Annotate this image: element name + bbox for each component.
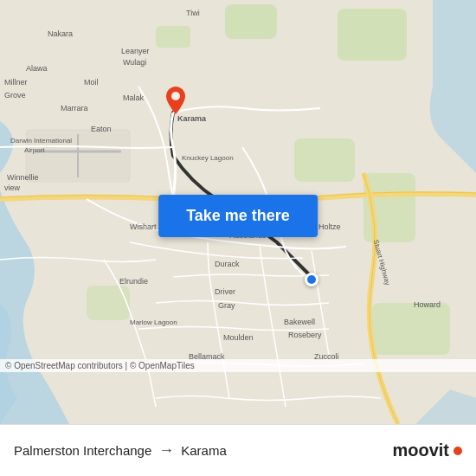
svg-text:Winnellie: Winnellie	[7, 173, 39, 182]
svg-rect-5	[87, 286, 130, 320]
svg-text:Nakara: Nakara	[48, 29, 73, 38]
svg-text:Driver: Driver	[215, 287, 235, 296]
svg-text:Tiwi: Tiwi	[186, 9, 200, 17]
svg-text:Durack: Durack	[215, 260, 240, 268]
svg-point-42	[171, 92, 180, 100]
svg-text:Darwin International: Darwin International	[10, 137, 72, 145]
svg-text:Airport: Airport	[24, 146, 45, 154]
svg-text:Millner: Millner	[4, 78, 28, 87]
moovit-logo: moovit	[392, 441, 462, 460]
svg-text:Howard: Howard	[414, 300, 441, 309]
svg-text:Marlow Lagoon: Marlow Lagoon	[130, 318, 177, 326]
svg-text:Elrundie: Elrundie	[119, 277, 148, 286]
svg-rect-2	[156, 26, 190, 48]
svg-text:Marrara: Marrara	[61, 104, 88, 113]
svg-text:Alawa: Alawa	[26, 64, 48, 73]
route-info: Palmerston Interchange → Karama	[14, 441, 227, 460]
svg-text:Malak: Malak	[123, 93, 145, 102]
svg-text:Moil: Moil	[84, 78, 99, 87]
svg-text:view: view	[4, 183, 21, 192]
origin-pin	[305, 273, 318, 286]
destination-label: Karama	[181, 443, 227, 458]
svg-rect-6	[372, 303, 450, 355]
destination-pin	[166, 87, 185, 118]
svg-text:Wishart: Wishart	[130, 222, 157, 231]
svg-text:Leanyer: Leanyer	[121, 47, 150, 55]
svg-text:Moulden: Moulden	[223, 333, 254, 342]
map-attribution: © OpenStreetMap contributors | © OpenMap…	[0, 359, 476, 372]
svg-text:Grove: Grove	[4, 91, 26, 100]
svg-text:Gray: Gray	[218, 301, 235, 310]
take-me-there-button[interactable]: Take me there	[158, 195, 318, 237]
svg-text:Holtze: Holtze	[318, 222, 341, 231]
svg-rect-0	[225, 4, 277, 39]
bottom-bar: Palmerston Interchange → Karama moovit	[0, 424, 476, 476]
svg-text:Bakewell: Bakewell	[284, 318, 315, 326]
svg-text:Rosebery: Rosebery	[288, 331, 322, 339]
svg-text:Wulagi: Wulagi	[123, 58, 146, 67]
svg-rect-3	[294, 138, 355, 182]
moovit-text: moovit	[392, 441, 449, 460]
origin-label: Palmerston Interchange	[14, 443, 151, 458]
svg-text:Eaton: Eaton	[91, 125, 112, 133]
svg-rect-1	[338, 9, 407, 61]
map-container: Tiwi Nakara Leanyer Alawa Wulagi Millner…	[0, 0, 476, 424]
svg-text:Knuckey Lagoon: Knuckey Lagoon	[182, 154, 234, 162]
route-arrow: →	[158, 441, 174, 460]
moovit-dot	[453, 447, 462, 455]
